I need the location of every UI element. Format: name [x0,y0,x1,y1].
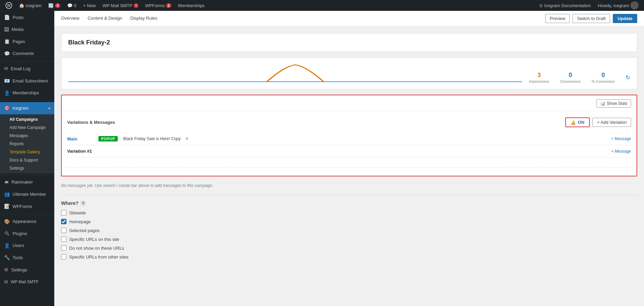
wpforms-icon: 📝 [4,203,10,210]
sidebar-item-email-subscribers[interactable]: 📧 Email Subscribers [0,75,54,87]
submenu-reports[interactable]: Reports [0,140,54,148]
adminbar-new[interactable]: + New [80,0,98,11]
preview-button[interactable]: Preview [545,14,570,23]
main-plus-message-button[interactable]: + Message [611,136,631,141]
homepage-checkbox[interactable] [61,219,67,224]
sidebar-item-posts[interactable]: 📄 Posts [0,11,54,24]
top-nav-actions: Preview Switch to Draft Update [545,14,637,23]
sidebar-item-comments[interactable]: 💬 Comments [0,48,54,60]
posts-icon: 📄 [4,14,10,21]
where-help-icon[interactable]: ? [80,200,86,206]
sidebar-item-rainmaker[interactable]: 🌧 Rainmaker [0,176,54,189]
variations-card: 📊 Show Stats Variations & Messages 🔔 ON [61,95,637,176]
do-not-show-checkbox[interactable] [61,245,67,251]
main-content: Overview Content & Design Display Rules … [54,11,644,306]
where-option-sitewide: Sitewide [61,210,637,215]
menu-separator-1 [0,61,54,61]
bell-on-icon: 🔔 [571,120,576,125]
campaign-title-card [61,33,637,52]
comments-icon: 💬 [4,51,10,57]
sidebar-item-plugins[interactable]: 🔌 Plugins [0,228,54,240]
where-option-homepage: Homepage [61,219,637,224]
show-stats-button[interactable]: 📊 Show Stats [596,99,631,108]
where-section: Where? ? Sitewide Homepage Selected page… [61,200,637,270]
submenu-template-gallery[interactable]: Template Gallery [0,148,54,156]
emaillog-icon: ✉ [4,65,8,72]
specific-urls-checkbox[interactable] [61,236,67,242]
sidebar-item-settings[interactable]: ⚙ Settings [0,264,54,276]
icegram-icon: 🎯 [4,105,10,112]
tab-display-rules[interactable]: Display Rules [130,11,157,26]
refresh-stats-icon[interactable]: ↻ [626,74,630,81]
submenu-docs-support[interactable]: Docs & Support [0,156,54,164]
stat-conversions: 0 Conversions [560,72,581,83]
adminbar-updates[interactable]: 🔄 5 [45,0,63,11]
ultimate-member-icon: 👥 [4,191,10,198]
variation1-plus-message-button[interactable]: + Message [611,149,631,154]
adminbar-site-name[interactable]: 🏠 icegram [16,0,44,11]
svg-text:W: W [7,3,11,7]
specific-other-checkbox[interactable] [61,254,67,260]
adminbar-wpmail[interactable]: WP Mail SMTP ! [100,0,141,11]
adminbar-memberships[interactable]: Memberships [175,0,207,11]
sidebar-item-wpmail[interactable]: ✉ WP Mail SMTP [0,276,54,288]
sidebar-item-ultimate-member[interactable]: 👥 Ultimate Member [0,188,54,200]
sidebar-item-tools[interactable]: 🔧 Tools [0,252,54,264]
submenu-add-new-campaign[interactable]: Add New Campaign [0,123,54,132]
selected-pages-checkbox[interactable] [61,228,67,233]
submenu-all-campaigns[interactable]: All Campaigns [0,114,54,123]
sidebar-item-emaillog[interactable]: ✉ Email Log [0,63,54,75]
appearance-icon: 🎨 [4,218,10,225]
sidebar-item-users[interactable]: 👤 Users [0,240,54,252]
where-option-specific-other: Specific URLs from other sites [61,254,637,260]
icegram-arrow-icon: ◀ [48,106,50,111]
do-not-show-label: Do not show on these URLs [69,246,124,251]
submenu-settings[interactable]: Settings [0,164,54,173]
variation-main-name[interactable]: Main [67,136,94,141]
add-variation-button[interactable]: + Add Variation [592,118,631,127]
sidebar-item-appearance[interactable]: 🎨 Appearance [0,216,54,228]
adminbar-howdy[interactable]: Howdy, icegram [595,0,641,11]
plugins-icon: 🔌 [4,230,10,237]
variation-row-1: Variation #1 + Message [67,145,631,157]
rainmaker-icon: 🌧 [4,179,9,186]
stats-card: 3 Impressions 0 Conversions 0 % Conversi… [61,57,637,89]
adminbar-right: ⊙ Icegram Documentation Howdy, icegram [536,0,641,11]
where-option-specific-urls: Specific URLs on this site [61,236,637,242]
main-layout: 📄 Posts 🖼 Media 📋 Pages 💬 Comments ✉ Ema… [0,11,644,306]
on-toggle-button[interactable]: 🔔 ON [565,117,590,127]
sidebar-item-memberships[interactable]: 👤 Memberships [0,87,54,99]
sitewide-checkbox[interactable] [61,210,67,215]
variations-section-title: Variations & Messages [67,120,115,125]
remove-message-icon[interactable]: ✕ [185,136,189,141]
variation-1-name: Variation #1 [67,149,94,154]
adminbar-comments[interactable]: 💬 0 [64,0,79,11]
switch-to-draft-button[interactable]: Switch to Draft [572,14,610,23]
stat-impressions: 3 Impressions [529,72,549,83]
sidebar-item-wpforms[interactable]: 📝 WPForms [0,200,54,213]
tab-overview[interactable]: Overview [61,11,79,26]
sidebar-item-icegram[interactable]: 🎯 Icegram ◀ [0,102,54,114]
variations-actions: 🔔 ON + Add Variation [565,117,631,127]
stats-numbers: 3 Impressions 0 Conversions 0 % Conversi… [529,72,630,83]
wp-logo-item[interactable]: W [3,0,15,11]
admin-bar: W 🏠 icegram 🔄 5 💬 0 + New WP Mail SMTP !… [0,0,644,11]
media-icon: 🖼 [4,26,9,33]
submenu-messages[interactable]: Messages [0,132,54,140]
sidebar-item-pages[interactable]: 📋 Pages [0,36,54,48]
update-button[interactable]: Update [613,14,637,23]
top-nav: Overview Content & Design Display Rules … [54,11,644,26]
sitewide-label: Sitewide [69,210,86,215]
sidebar: 📄 Posts 🖼 Media 📋 Pages 💬 Comments ✉ Ema… [0,11,54,306]
menu-separator-2 [0,100,54,101]
variations-header: 📊 Show Stats [62,95,637,112]
memberships-icon: 👤 [4,90,10,97]
tab-content-design[interactable]: Content & Design [88,11,122,26]
adminbar-docs[interactable]: ⊙ Icegram Documentation [536,0,594,11]
specific-urls-label: Specific URLs on this site [69,237,119,242]
variations-title-row: Variations & Messages 🔔 ON + Add Variati… [67,117,631,127]
campaign-title-input[interactable] [68,39,630,46]
section-divider [61,195,637,195]
adminbar-wpforms[interactable]: WPForms 2 [143,0,174,11]
sidebar-item-media[interactable]: 🖼 Media [0,24,54,36]
